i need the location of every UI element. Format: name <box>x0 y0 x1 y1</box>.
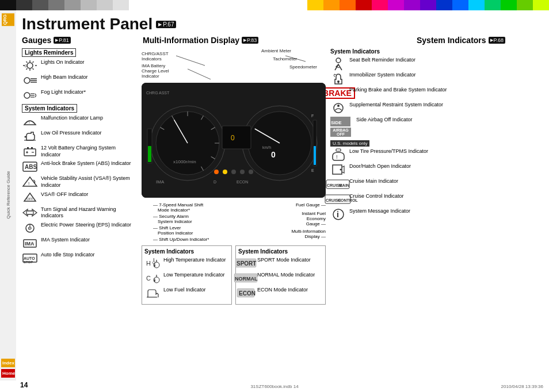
svg-text:ECON: ECON <box>237 180 248 184</box>
color-bar-right <box>307 0 549 10</box>
page-title-text: Instrument Panel <box>22 15 152 33</box>
high-beam-label: High Beam Indicator <box>41 74 137 81</box>
svg-point-20 <box>25 136 26 138</box>
list-item: AUTO STOP Auto Idle Stop Indicator <box>22 252 137 264</box>
ima-battery-annotation: IMA Battery Charge Level Indicator <box>142 63 169 79</box>
svg-text:ASST: ASST <box>159 91 170 95</box>
svg-text:x1000r/min: x1000r/min <box>173 159 196 164</box>
svg-text:STOP: STOP <box>24 260 33 264</box>
svg-text:F: F <box>311 114 314 118</box>
side-airbag-icon: SIDE AIRBAG <box>330 117 351 127</box>
mid-link[interactable]: P.83 <box>242 37 258 44</box>
tachometer-annotation: Tachometer <box>273 56 297 62</box>
svg-text:OFF: OFF <box>26 197 33 201</box>
svg-line-43 <box>188 69 211 79</box>
list-item: Turn Signal and Hazard Warning Indicator… <box>22 206 137 220</box>
side-airbag-label: Side Airbag Off Indicator <box>356 117 543 124</box>
speedometer-annotation: Speedometer <box>289 64 317 70</box>
low-temp-icon: C 🌡 <box>144 272 161 285</box>
ima-label: IMA System Indicator <box>41 237 137 244</box>
svg-rect-63 <box>222 126 251 149</box>
sidebar-index-button[interactable]: Index <box>1 359 15 367</box>
bottom-sys-ind-right: System Indicators SPORT SPORT Mode Indic… <box>235 245 326 305</box>
malfunction-label: Malfunction Indicator Lamp <box>41 115 137 122</box>
abs-icon: ABS <box>22 160 38 173</box>
immobilizer-icon <box>330 72 346 84</box>
econ-mode-icon: ECON <box>238 287 254 299</box>
cruise-control-label: Cruise Control Indicator <box>349 193 543 200</box>
list-item: SPORT SPORT Mode Indicator <box>238 257 323 270</box>
svg-rect-23 <box>31 147 33 149</box>
svg-line-8 <box>26 68 28 70</box>
cruise-control-icon: CRUISE CONTROL <box>330 193 346 206</box>
list-item: Low Fuel Indicator <box>144 287 229 299</box>
svg-text:H: H <box>146 260 151 267</box>
sidebar-qrg-badge: QRG <box>2 13 14 26</box>
high-temp-label: High Temperature Indicator <box>163 257 229 264</box>
list-item: 12 Volt Battery Charging System Indicato… <box>22 145 137 158</box>
lights-on-label: Lights On Indicator <box>41 59 137 66</box>
sys-ind-link[interactable]: P.68 <box>489 37 505 44</box>
right-sys-ind-title: System Indicators <box>330 48 543 55</box>
page-title-row: Instrument Panel P.67 <box>22 15 543 33</box>
svg-rect-22 <box>27 147 29 149</box>
sidebar-home-button[interactable]: Home <box>1 369 15 378</box>
gauges-header: Gauges P.81 <box>22 36 137 45</box>
vsa-label: Vehicle Stability Assist (VSA®) System I… <box>41 175 137 189</box>
cruise-main-icon: CRUISE MAIN <box>330 178 346 191</box>
svg-text:⊙: ⊙ <box>24 64 28 68</box>
list-item: OFF VSA® OFF Indicator <box>22 191 137 204</box>
bottom-sys-title-right: System Indicators <box>238 248 323 255</box>
eps-icon: ! <box>22 222 38 235</box>
list-item: High Beam Indicator <box>22 74 137 87</box>
svg-point-75 <box>231 170 236 174</box>
svg-text:i: i <box>337 210 339 219</box>
section-headers: Gauges P.81 Multi-Information Display P.… <box>22 36 543 45</box>
right-annotations: Fuel Gauge — Instant Fuel Economy Gauge … <box>234 202 326 242</box>
title-page-link[interactable]: P.67 <box>156 21 176 28</box>
svg-text:!: ! <box>29 120 30 124</box>
tpms-label: Low Tire Pressure/TPMS Indicator <box>349 148 543 155</box>
fog-light-label: Fog Light Indicator* <box>41 89 137 96</box>
sport-mode-icon: SPORT <box>238 257 254 270</box>
svg-text:SIDE: SIDE <box>331 120 342 125</box>
low-oil-label: Low Oil Pressure Indicator <box>41 130 137 137</box>
svg-line-5 <box>26 62 28 63</box>
page-number: 14 <box>20 381 28 389</box>
mid-header: Multi-Information Display P.83 <box>137 36 417 45</box>
svg-text:D: D <box>214 180 216 184</box>
gauges-link[interactable]: P.81 <box>54 37 70 44</box>
print-file: 31SZT600book.indb 14 <box>250 384 298 389</box>
list-item: ! Low Tire Pressure/TPMS Indicator <box>330 148 543 161</box>
srs-icon <box>330 102 346 114</box>
list-item: ⊙ Lights On Indicator <box>22 59 137 72</box>
chrg-asst-annotation: CHRG/ASST Indicators <box>142 51 169 62</box>
sidebar-label: Quick Reference Guide <box>6 32 11 359</box>
seatbelt-label: Seat Belt Reminder Indicator <box>349 57 543 64</box>
vsa-icon: ! <box>22 175 38 188</box>
low-oil-icon <box>22 130 38 143</box>
list-item: ! Malfunction Indicator Lamp <box>22 115 137 128</box>
svg-point-76 <box>240 170 245 174</box>
auto-stop-label: Auto Idle Stop Indicator <box>41 252 137 259</box>
svg-point-96 <box>336 58 341 63</box>
svg-rect-66 <box>148 146 151 162</box>
svg-text:ECON: ECON <box>239 290 256 297</box>
vsa-off-icon: OFF <box>22 191 38 204</box>
svg-text:C: C <box>146 275 151 282</box>
high-temp-icon: H 🌡 <box>144 257 161 270</box>
right-column: System Indicators Seat Belt Reminder Ind… <box>330 48 543 364</box>
svg-text:CHRG: CHRG <box>146 91 158 95</box>
list-item: Low Oil Pressure Indicator <box>22 130 137 143</box>
sys-message-label: System Message Indicator <box>349 208 543 215</box>
svg-text:km/h: km/h <box>262 145 271 149</box>
malfunction-icon: ! <box>22 115 38 128</box>
svg-text:E: E <box>311 168 314 172</box>
svg-text:SPORT: SPORT <box>237 260 256 267</box>
eps-label: Electric Power Steering (EPS) Indicator <box>41 222 137 229</box>
svg-point-14 <box>24 93 30 98</box>
auto-stop-icon: AUTO STOP <box>22 252 38 264</box>
list-item: CRUISE CONTROL Cruise Control Indicator <box>330 193 543 206</box>
airbag-off-badge: AIRBAG OFF <box>330 128 351 137</box>
list-item: IMA IMA System Indicator <box>22 237 137 249</box>
